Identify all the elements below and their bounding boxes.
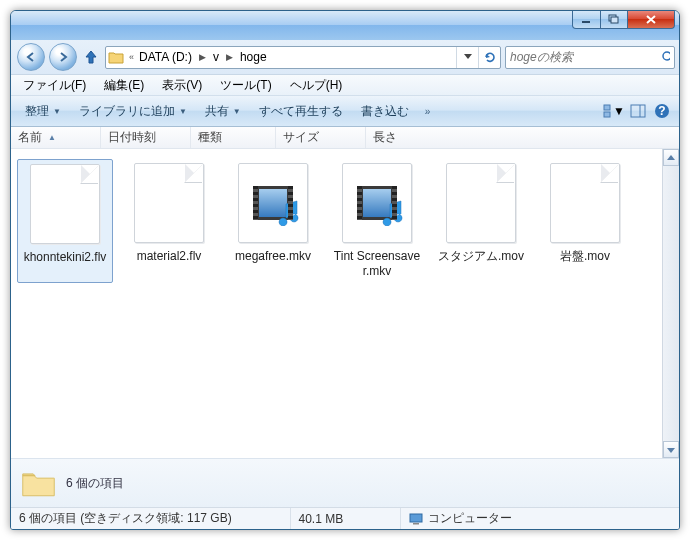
svg-rect-2 bbox=[611, 17, 618, 23]
up-button[interactable] bbox=[81, 48, 101, 66]
menu-bar: ファイル(F) 編集(E) 表示(V) ツール(T) ヘルプ(H) bbox=[11, 75, 679, 96]
menu-tools[interactable]: ツール(T) bbox=[212, 75, 279, 96]
scrollbar[interactable] bbox=[662, 149, 679, 458]
folder-icon bbox=[106, 50, 126, 64]
menu-file[interactable]: ファイル(F) bbox=[15, 75, 94, 96]
menu-edit[interactable]: 編集(E) bbox=[96, 75, 152, 96]
svg-rect-9 bbox=[631, 105, 645, 117]
minimize-button[interactable] bbox=[572, 10, 601, 29]
titlebar bbox=[11, 11, 679, 40]
status-bar: 6 個の項目 (空きディスク領域: 117 GB) 40.1 MB コンピュータ… bbox=[11, 507, 679, 529]
share-button[interactable]: 共有▼ bbox=[197, 100, 249, 123]
back-button[interactable] bbox=[17, 43, 45, 71]
file-list[interactable]: khonntekini2.flvmaterial2.flvmegafree.mk… bbox=[11, 149, 679, 458]
command-bar: 整理▼ ライブラリに追加▼ 共有▼ すべて再生する 書き込む » ▼ ? bbox=[11, 96, 679, 127]
file-name: megafree.mkv bbox=[235, 249, 311, 264]
column-headers: 名前▲ 日付時刻 種類 サイズ 長さ bbox=[11, 127, 679, 149]
breadcrumb-folder-2[interactable]: hoge bbox=[238, 47, 269, 68]
file-item[interactable]: Tint Screensaver.mkv bbox=[329, 159, 425, 283]
burn-button[interactable]: 書き込む bbox=[353, 100, 417, 123]
refresh-button[interactable] bbox=[478, 47, 500, 68]
search-icon bbox=[661, 50, 670, 64]
col-size[interactable]: サイズ bbox=[276, 127, 366, 148]
maximize-button[interactable] bbox=[601, 10, 628, 29]
breadcrumb-folder-1[interactable]: v▶ bbox=[211, 47, 238, 68]
view-options-button[interactable]: ▼ bbox=[603, 104, 625, 118]
status-size: 40.1 MB bbox=[291, 508, 401, 529]
svg-rect-14 bbox=[413, 523, 419, 525]
nav-row: « DATA (D:)▶ v▶ hoge bbox=[11, 40, 679, 75]
svg-rect-7 bbox=[604, 112, 610, 117]
file-name: khonntekini2.flv bbox=[24, 250, 107, 265]
breadcrumb-drive[interactable]: DATA (D:)▶ bbox=[137, 47, 211, 68]
col-length[interactable]: 長さ bbox=[366, 127, 679, 148]
file-thumbnail bbox=[134, 163, 204, 243]
add-to-library-button[interactable]: ライブラリに追加▼ bbox=[71, 100, 195, 123]
file-item[interactable]: material2.flv bbox=[121, 159, 217, 283]
status-items: 6 個の項目 (空きディスク領域: 117 GB) bbox=[11, 508, 291, 529]
details-text: 6 個の項目 bbox=[66, 475, 124, 492]
address-bar[interactable]: « DATA (D:)▶ v▶ hoge bbox=[105, 46, 501, 69]
status-computer: コンピューター bbox=[401, 508, 680, 529]
file-name: スタジアム.mov bbox=[438, 249, 524, 264]
col-date[interactable]: 日付時刻 bbox=[101, 127, 191, 148]
help-button[interactable]: ? bbox=[651, 103, 673, 119]
computer-icon bbox=[409, 513, 423, 525]
file-item[interactable]: megafree.mkv bbox=[225, 159, 321, 283]
file-thumbnail bbox=[30, 164, 100, 244]
folder-icon bbox=[21, 467, 56, 500]
file-item[interactable]: 岩盤.mov bbox=[537, 159, 633, 283]
col-type[interactable]: 種類 bbox=[191, 127, 276, 148]
close-button[interactable] bbox=[628, 10, 675, 29]
address-dropdown-icon[interactable] bbox=[456, 47, 478, 68]
svg-rect-0 bbox=[582, 21, 590, 23]
breadcrumb-left-arrow[interactable]: « bbox=[126, 52, 137, 62]
menu-help[interactable]: ヘルプ(H) bbox=[282, 75, 351, 96]
file-thumbnail bbox=[238, 163, 308, 243]
menu-view[interactable]: 表示(V) bbox=[154, 75, 210, 96]
overflow-button[interactable]: » bbox=[419, 106, 437, 117]
file-name: material2.flv bbox=[137, 249, 202, 264]
svg-point-3 bbox=[663, 52, 670, 60]
explorer-window: « DATA (D:)▶ v▶ hoge ファイル(F) 編集(E) 表示(V)… bbox=[10, 10, 680, 530]
forward-button[interactable] bbox=[49, 43, 77, 71]
col-name[interactable]: 名前▲ bbox=[11, 127, 101, 148]
scroll-up-button[interactable] bbox=[663, 149, 679, 166]
svg-text:?: ? bbox=[658, 104, 665, 118]
play-all-button[interactable]: すべて再生する bbox=[251, 100, 351, 123]
file-name: Tint Screensaver.mkv bbox=[331, 249, 423, 279]
file-thumbnail bbox=[342, 163, 412, 243]
window-controls bbox=[572, 10, 675, 29]
file-item[interactable]: khonntekini2.flv bbox=[17, 159, 113, 283]
preview-pane-button[interactable] bbox=[627, 104, 649, 118]
details-pane: 6 個の項目 bbox=[11, 458, 679, 507]
organize-button[interactable]: 整理▼ bbox=[17, 100, 69, 123]
file-thumbnail bbox=[446, 163, 516, 243]
search-box[interactable] bbox=[505, 46, 675, 69]
svg-rect-13 bbox=[410, 514, 422, 522]
svg-rect-5 bbox=[604, 105, 610, 110]
file-item[interactable]: スタジアム.mov bbox=[433, 159, 529, 283]
search-input[interactable] bbox=[510, 50, 661, 64]
file-thumbnail bbox=[550, 163, 620, 243]
scroll-down-button[interactable] bbox=[663, 441, 679, 458]
file-name: 岩盤.mov bbox=[560, 249, 610, 264]
